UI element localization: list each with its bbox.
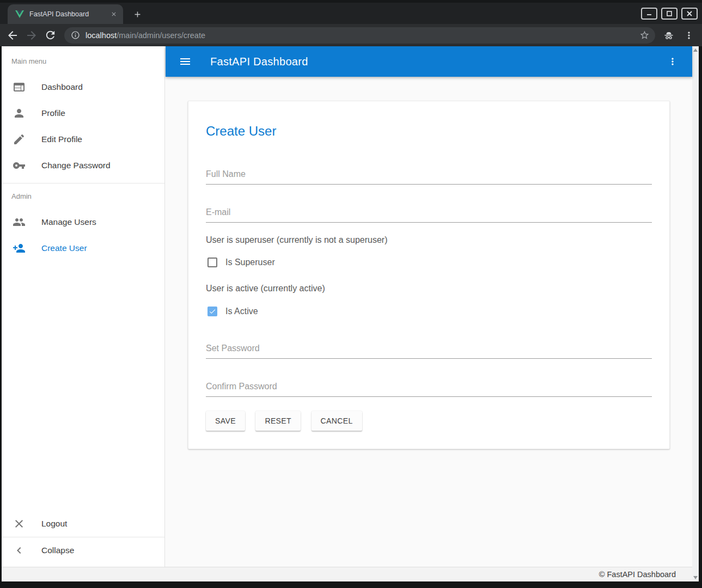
app-menu-kebab-icon[interactable] bbox=[667, 56, 678, 67]
sidebar-item-manage-users[interactable]: Manage Users bbox=[2, 209, 164, 235]
tab-close-icon[interactable] bbox=[109, 9, 119, 19]
browser-tabstrip: FastAPI Dashboard bbox=[0, 0, 702, 24]
full-name-field bbox=[206, 168, 652, 185]
sidebar-item-label: Manage Users bbox=[41, 217, 96, 227]
sidebar-item-logout[interactable]: Logout bbox=[2, 511, 164, 537]
sidebar-item-label: Profile bbox=[41, 108, 65, 118]
cancel-button[interactable]: CANCEL bbox=[312, 411, 362, 431]
full-name-input[interactable] bbox=[206, 168, 652, 185]
key-icon bbox=[13, 159, 26, 172]
new-tab-button[interactable] bbox=[130, 7, 145, 22]
tab-title: FastAPI Dashboard bbox=[29, 10, 109, 18]
superuser-hint-text: User is superuser (currently is not a su… bbox=[206, 235, 652, 245]
url-text[interactable]: localhost/main/admin/users/create bbox=[86, 31, 639, 40]
window-maximize-button[interactable] bbox=[661, 8, 677, 20]
browser-toolbar: localhost/main/admin/users/create bbox=[0, 24, 702, 46]
form-actions: SAVE RESET CANCEL bbox=[206, 411, 652, 431]
sidebar-item-label: Logout bbox=[41, 519, 67, 529]
browser-menu-kebab-icon[interactable] bbox=[683, 30, 694, 41]
close-x-icon bbox=[13, 517, 26, 530]
app-toolbar: FastAPI Dashboard bbox=[166, 46, 692, 77]
email-field bbox=[206, 206, 652, 223]
incognito-icon bbox=[663, 29, 675, 41]
url-bar[interactable]: localhost/main/admin/users/create bbox=[64, 27, 655, 44]
bookmark-star-icon[interactable] bbox=[639, 30, 650, 40]
hamburger-menu-icon[interactable] bbox=[179, 55, 192, 68]
forward-button-icon[interactable] bbox=[25, 29, 38, 42]
page-title: Create User bbox=[206, 124, 652, 139]
set-password-input[interactable] bbox=[206, 342, 652, 359]
pencil-icon bbox=[13, 133, 26, 146]
sidebar-item-create-user[interactable]: Create User bbox=[2, 235, 164, 261]
sidebar-item-label: Edit Profile bbox=[41, 134, 82, 144]
sidebar-section-caption-main-menu: Main menu bbox=[11, 58, 164, 65]
url-host: localhost bbox=[86, 31, 117, 40]
page-footer: © FastAPI Dashboard bbox=[2, 567, 692, 581]
sidebar-item-label: Change Password bbox=[41, 161, 111, 170]
page-body: Main menu Dashboard Profile Edit Profile bbox=[2, 46, 699, 567]
person-add-icon bbox=[13, 242, 26, 255]
content-area: FastAPI Dashboard Create User User is su… bbox=[166, 46, 692, 567]
window-close-button[interactable] bbox=[681, 8, 698, 20]
browser-tab[interactable]: FastAPI Dashboard bbox=[8, 4, 123, 24]
dashboard-icon bbox=[13, 81, 26, 94]
is-superuser-checkbox[interactable] bbox=[207, 258, 217, 267]
copyright-text: © FastAPI Dashboard bbox=[599, 570, 676, 579]
site-info-icon[interactable] bbox=[71, 30, 80, 40]
sidebar-item-label: Collapse bbox=[41, 546, 74, 555]
vue-logo-icon bbox=[15, 10, 24, 18]
sidebar-divider bbox=[2, 183, 164, 183]
is-superuser-checkbox-row: Is Superuser bbox=[206, 258, 652, 267]
reload-button-icon[interactable] bbox=[44, 29, 57, 42]
sidebar-item-label: Create User bbox=[41, 243, 87, 253]
url-path: /main/admin/users/create bbox=[117, 31, 205, 40]
sidebar: Main menu Dashboard Profile Edit Profile bbox=[2, 46, 165, 567]
vertical-scrollbar[interactable] bbox=[692, 46, 699, 581]
sidebar-section-caption-admin: Admin bbox=[11, 193, 164, 200]
active-hint-text: User is active (currently active) bbox=[206, 284, 652, 293]
set-password-field bbox=[206, 342, 652, 359]
person-icon bbox=[13, 107, 26, 120]
reset-button[interactable]: RESET bbox=[255, 411, 301, 431]
is-active-checkbox-row: Is Active bbox=[206, 307, 652, 316]
scroll-up-arrow-icon[interactable] bbox=[693, 48, 698, 52]
sidebar-item-label: Dashboard bbox=[41, 82, 83, 92]
is-active-checkbox[interactable] bbox=[207, 307, 217, 316]
chevron-left-icon bbox=[13, 544, 26, 557]
email-input[interactable] bbox=[206, 206, 652, 223]
sidebar-item-profile[interactable]: Profile bbox=[2, 100, 164, 126]
page-content: Create User User is superuser (currently… bbox=[166, 77, 692, 567]
back-button-icon[interactable] bbox=[6, 29, 19, 42]
confirm-password-field bbox=[206, 381, 652, 397]
sidebar-bottom: Logout Collapse bbox=[2, 511, 164, 567]
window-minimize-button[interactable] bbox=[641, 8, 657, 20]
is-superuser-checkbox-label: Is Superuser bbox=[225, 258, 275, 267]
sidebar-item-dashboard[interactable]: Dashboard bbox=[2, 74, 164, 100]
sidebar-item-edit-profile[interactable]: Edit Profile bbox=[2, 126, 164, 152]
browser-window: FastAPI Dashboard bbox=[0, 0, 702, 588]
window-controls bbox=[641, 8, 698, 20]
checkmark-icon bbox=[209, 308, 216, 315]
people-icon bbox=[13, 216, 26, 229]
sidebar-item-change-password[interactable]: Change Password bbox=[2, 152, 164, 179]
create-user-card: Create User User is superuser (currently… bbox=[188, 101, 670, 449]
is-active-checkbox-label: Is Active bbox=[225, 307, 258, 316]
scroll-down-arrow-icon[interactable] bbox=[693, 576, 698, 579]
confirm-password-input[interactable] bbox=[206, 381, 652, 397]
save-button[interactable]: SAVE bbox=[206, 411, 245, 431]
sidebar-item-collapse[interactable]: Collapse bbox=[2, 537, 164, 564]
app-title: FastAPI Dashboard bbox=[210, 56, 667, 68]
